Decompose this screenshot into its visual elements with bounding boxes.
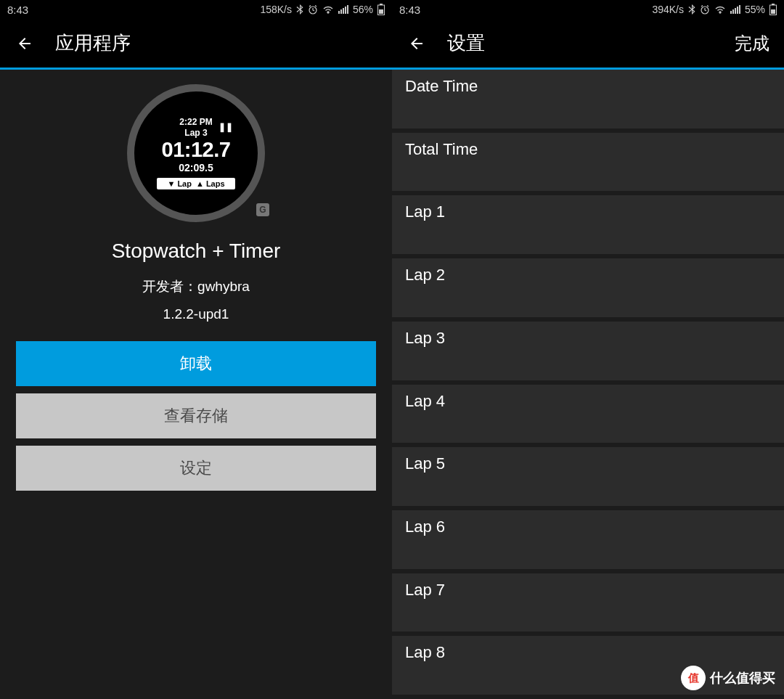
status-time: 8:43 bbox=[399, 4, 420, 16]
status-bar: 8:43 158K/s 56% bbox=[0, 0, 392, 19]
uninstall-button[interactable]: 卸载 bbox=[16, 341, 376, 386]
app-developer: 开发者：gwhybra bbox=[142, 277, 250, 296]
setting-row[interactable]: Lap 3 bbox=[392, 322, 784, 380]
alarm-icon bbox=[308, 4, 318, 15]
setting-label: Date Time bbox=[405, 77, 478, 96]
svg-rect-14 bbox=[739, 5, 740, 14]
setting-label: Lap 2 bbox=[405, 266, 445, 285]
setting-row[interactable]: Date Time bbox=[392, 70, 784, 128]
svg-rect-11 bbox=[732, 9, 734, 14]
status-time: 8:43 bbox=[7, 4, 28, 16]
alarm-icon bbox=[700, 4, 710, 15]
header-title: 应用程序 bbox=[55, 30, 377, 56]
wifi-icon bbox=[714, 5, 726, 14]
wf-tab-lap: ▼ Lap bbox=[167, 179, 192, 188]
wf-clock-time: 2:22 PM bbox=[179, 117, 212, 127]
status-battery: 55% bbox=[745, 4, 765, 15]
wf-main-time: 01:12.7 bbox=[162, 138, 231, 162]
screen-settings: 8:43 394K/s 55% 设置 完成 Date TimeTotal Tim… bbox=[392, 0, 784, 699]
setting-row[interactable]: Total Time bbox=[392, 133, 784, 192]
settings-list[interactable]: Date TimeTotal TimeLap 1Lap 2Lap 3Lap 4L… bbox=[392, 70, 784, 699]
setting-label: Lap 3 bbox=[405, 329, 445, 348]
svg-rect-1 bbox=[338, 11, 340, 14]
wf-sub-time: 02:09.5 bbox=[179, 162, 213, 173]
bluetooth-icon bbox=[688, 4, 695, 15]
setting-row[interactable]: Lap 1 bbox=[392, 195, 784, 254]
header-title: 设置 bbox=[447, 30, 735, 56]
setting-label: Lap 8 bbox=[405, 643, 445, 662]
svg-rect-5 bbox=[347, 5, 348, 14]
svg-rect-2 bbox=[340, 9, 342, 14]
svg-rect-17 bbox=[771, 9, 775, 14]
svg-rect-4 bbox=[345, 7, 346, 14]
wf-lap-label: Lap 3 bbox=[184, 128, 207, 138]
setting-row[interactable]: Lap 2 bbox=[392, 258, 784, 317]
watchface-preview: 2:22 PM Lap 3 ❚❚ 01:12.7 02:09.5 ▼ Lap ▲… bbox=[127, 84, 265, 222]
wf-lap-tabs: ▼ Lap ▲ Laps bbox=[157, 178, 234, 189]
svg-rect-10 bbox=[730, 11, 732, 14]
screen-app-details: 8:43 158K/s 56% 应用程序 2:22 PM Lap 3 ❚❚ 01… bbox=[0, 0, 392, 699]
done-button[interactable]: 完成 bbox=[735, 32, 769, 55]
svg-rect-3 bbox=[343, 8, 344, 14]
setting-label: Lap 5 bbox=[405, 454, 445, 473]
setting-label: Lap 1 bbox=[405, 203, 445, 221]
svg-rect-13 bbox=[737, 7, 738, 14]
app-name: Stopwatch + Timer bbox=[112, 240, 281, 263]
app-version: 1.2.2-upd1 bbox=[163, 306, 229, 322]
app-header: 应用程序 bbox=[0, 19, 392, 70]
button-stack: 卸载 查看存储 设定 bbox=[0, 322, 392, 491]
svg-rect-12 bbox=[735, 8, 736, 14]
status-battery: 56% bbox=[353, 4, 373, 15]
svg-rect-8 bbox=[379, 9, 383, 14]
status-bar: 8:43 394K/s 55% bbox=[392, 0, 784, 19]
pause-icon: ❚❚ bbox=[219, 122, 233, 132]
wifi-icon bbox=[322, 5, 334, 14]
settings-button[interactable]: 设定 bbox=[16, 446, 376, 491]
watermark-text: 什么值得买 bbox=[710, 669, 775, 687]
setting-label: Lap 6 bbox=[405, 518, 445, 536]
setting-row[interactable]: Lap 5 bbox=[392, 447, 784, 506]
battery-icon bbox=[769, 4, 777, 15]
setting-row[interactable]: Lap 4 bbox=[392, 385, 784, 443]
setting-label: Lap 4 bbox=[405, 392, 445, 411]
setting-row[interactable]: Lap 7 bbox=[392, 573, 784, 632]
setting-row[interactable]: Lap 6 bbox=[392, 510, 784, 569]
signal-icon bbox=[338, 5, 348, 14]
settings-header: 设置 完成 bbox=[392, 19, 784, 70]
view-storage-button[interactable]: 查看存储 bbox=[16, 393, 376, 438]
status-netspeed: 394K/s bbox=[652, 4, 684, 15]
wf-tab-laps: ▲ Laps bbox=[196, 179, 225, 188]
setting-label: Lap 7 bbox=[405, 581, 445, 600]
status-icons: 394K/s 55% bbox=[652, 4, 777, 15]
signal-icon bbox=[730, 5, 740, 14]
battery-icon bbox=[377, 4, 385, 15]
watermark: 值 什么值得买 bbox=[681, 666, 775, 690]
back-button[interactable] bbox=[407, 33, 427, 54]
status-icons: 158K/s 56% bbox=[260, 4, 385, 15]
status-netspeed: 158K/s bbox=[260, 4, 292, 15]
wf-g-badge: G bbox=[256, 203, 269, 216]
setting-label: Total Time bbox=[405, 140, 478, 159]
back-button[interactable] bbox=[15, 33, 35, 54]
watermark-badge: 值 bbox=[681, 666, 706, 690]
app-detail-content: 2:22 PM Lap 3 ❚❚ 01:12.7 02:09.5 ▼ Lap ▲… bbox=[0, 70, 392, 699]
bluetooth-icon bbox=[296, 4, 303, 15]
